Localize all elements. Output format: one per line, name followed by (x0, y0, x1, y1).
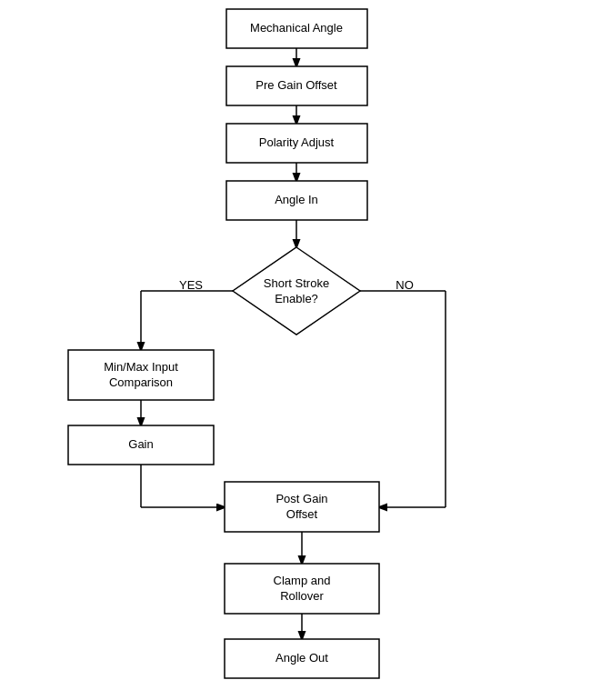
angle-out-label: Angle Out (275, 651, 328, 665)
short-stroke-label-2: Enable? (275, 292, 318, 305)
short-stroke-diamond (233, 247, 360, 335)
clamp-rollover-label-2: Rollover (280, 589, 324, 603)
polarity-adjust-label: Polarity Adjust (259, 135, 335, 149)
angle-in-label: Angle In (275, 193, 318, 206)
gain-label: Gain (128, 437, 153, 451)
mechanical-angle-label: Mechanical Angle (250, 21, 343, 35)
post-gain-offset-label-1: Post Gain (275, 492, 327, 505)
short-stroke-label-1: Short Stroke (264, 276, 329, 290)
min-max-label-2: Comparison (109, 375, 173, 389)
min-max-label-1: Min/Max Input (104, 360, 178, 374)
pre-gain-offset-label: Pre Gain Offset (255, 78, 337, 92)
clamp-rollover-label-1: Clamp and (274, 574, 331, 587)
post-gain-offset-label-2: Offset (286, 507, 318, 521)
no-label: NO (396, 278, 414, 292)
yes-label: YES (179, 278, 203, 292)
